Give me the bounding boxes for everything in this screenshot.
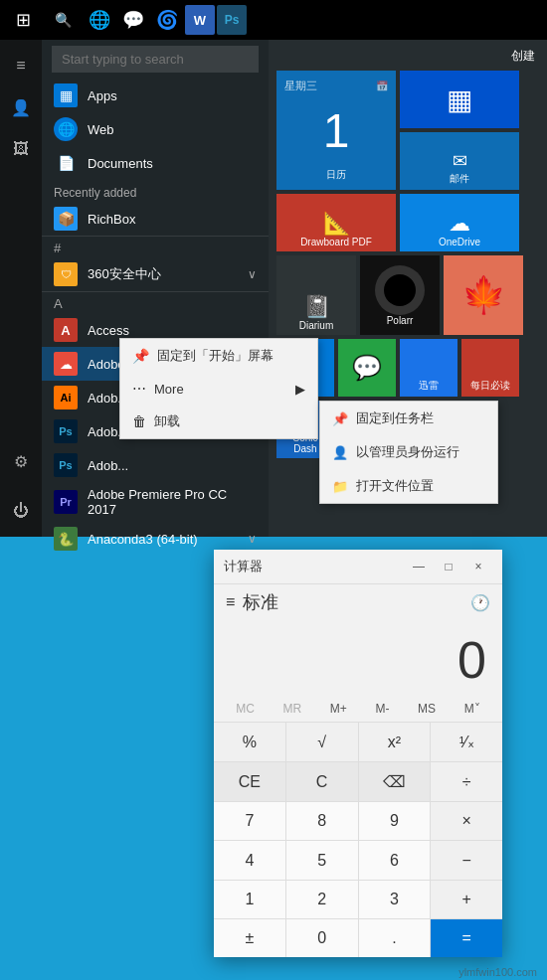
calc-btn-8[interactable]: 8 bbox=[286, 802, 358, 840]
calc-btn-negate[interactable]: ± bbox=[214, 919, 285, 957]
calc-btn-multiply[interactable]: × bbox=[431, 802, 502, 840]
start-button[interactable]: ⊞ bbox=[4, 1, 42, 39]
calc-header: ≡ 标准 🕐 bbox=[214, 584, 502, 620]
calc-btn-5[interactable]: 5 bbox=[286, 841, 358, 879]
taskbar-calc[interactable]: 🖩 bbox=[249, 4, 280, 36]
calc-btn-3[interactable]: 3 bbox=[359, 881, 431, 918]
calc-btn-7[interactable]: 7 bbox=[214, 802, 285, 840]
hash-section: # bbox=[42, 236, 269, 257]
taskbar-word[interactable]: W bbox=[185, 5, 215, 35]
mem-ms[interactable]: MS bbox=[414, 700, 440, 718]
calc-btn-add[interactable]: + bbox=[431, 881, 502, 918]
calc-btn-backspace[interactable]: ⌫ bbox=[359, 762, 431, 801]
calc-btn-sqrt[interactable]: √ bbox=[286, 723, 358, 761]
photoshop1-icon: Ps bbox=[54, 419, 78, 443]
tile-onedrive[interactable]: ☁ OneDrive bbox=[400, 194, 519, 251]
tile-row-3: 📓 Diarium Polarr 🍁 bbox=[276, 255, 539, 335]
uninstall-icon: 🗑 bbox=[132, 413, 146, 429]
calc-maximize-button[interactable]: □ bbox=[435, 556, 462, 577]
tile-mail[interactable]: ✉ 邮件 bbox=[400, 132, 519, 190]
menu-item-photoshop2[interactable]: Ps Adob... bbox=[42, 448, 269, 482]
tile-calendar[interactable]: 星期三 📅 1 日历 bbox=[276, 71, 396, 190]
ctx-run-admin[interactable]: 👤 以管理员身份运行 bbox=[320, 435, 497, 469]
calc-btn-9[interactable]: 9 bbox=[359, 802, 431, 840]
calc-btn-0[interactable]: 0 bbox=[286, 919, 358, 957]
taskbar-app4[interactable]: 🌀 bbox=[151, 4, 183, 36]
menu-item-documents[interactable]: 📄 Documents bbox=[42, 146, 269, 180]
calc-menu-button[interactable]: ≡ bbox=[226, 593, 235, 611]
calc-btn-divide[interactable]: ÷ bbox=[431, 762, 502, 801]
tile-trello[interactable]: ▦ bbox=[400, 71, 519, 128]
calc-close-button[interactable]: × bbox=[464, 556, 492, 577]
sidebar-power[interactable]: ⏻ bbox=[3, 493, 39, 529]
pin-start-icon: 📌 bbox=[132, 348, 149, 364]
sidebar-settings[interactable]: ⚙ bbox=[3, 443, 39, 479]
menu-item-360[interactable]: 🛡 360安全中心 ∨ bbox=[42, 257, 269, 291]
calc-titlebar: 计算器 — □ × bbox=[214, 550, 502, 584]
ctx-pin-start[interactable]: 📌 固定到「开始」屏幕 bbox=[120, 339, 317, 373]
tile-polarr[interactable]: Polarr bbox=[360, 255, 440, 335]
tile-wechat[interactable]: 💬 bbox=[338, 339, 396, 397]
ctx-uninstall[interactable]: 🗑 卸载 bbox=[120, 405, 317, 438]
calc-btn-6[interactable]: 6 bbox=[359, 841, 431, 879]
calc-btn-recip[interactable]: ¹∕ₓ bbox=[431, 723, 502, 761]
mem-mplus[interactable]: M+ bbox=[326, 700, 351, 718]
more-icon: ⋯ bbox=[132, 381, 146, 397]
taskbar-ps[interactable]: Ps bbox=[217, 5, 247, 35]
menu-item-apps[interactable]: ▦ Apps bbox=[42, 79, 269, 112]
mem-mc[interactable]: MC bbox=[232, 700, 259, 718]
taskbar: ⊞ 🔍 🌐 💬 🌀 W Ps 🖩 bbox=[0, 0, 547, 40]
calc-btn-equals[interactable]: = bbox=[431, 919, 502, 957]
richbox-icon: 📦 bbox=[54, 207, 78, 231]
recently-added-label: Recently added bbox=[42, 180, 269, 202]
tile-thunder[interactable]: 迅雷 bbox=[400, 339, 457, 397]
calc-btn-square[interactable]: x² bbox=[359, 723, 431, 761]
taskbar-wechat[interactable]: 💬 bbox=[117, 4, 149, 36]
menu-item-premiere[interactable]: Pr Adobe Premiere Pro CC 2017 bbox=[42, 482, 269, 522]
tile-leaf[interactable]: 🍁 bbox=[444, 255, 523, 335]
calc-minimize-button[interactable]: — bbox=[405, 556, 433, 577]
mem-mr[interactable]: MR bbox=[279, 700, 306, 718]
drawboard-label: Drawboard PDF bbox=[300, 237, 372, 247]
tile-row-1: 星期三 📅 1 日历 ▦ ✉ 邮件 bbox=[276, 71, 539, 190]
mem-mlist[interactable]: M˅ bbox=[460, 700, 484, 718]
search-input[interactable] bbox=[52, 46, 259, 73]
sidebar-user[interactable]: 👤 bbox=[3, 89, 39, 125]
calc-btn-2[interactable]: 2 bbox=[286, 881, 358, 918]
apps-icon: ▦ bbox=[54, 83, 78, 107]
tile-drawboard[interactable]: 📐 Drawboard PDF bbox=[276, 194, 396, 251]
calculator: 计算器 — □ × ≡ 标准 🕐 0 MC MR M+ M- MS M˅ % √… bbox=[214, 550, 502, 957]
360-expand-arrow: ∨ bbox=[248, 267, 257, 281]
tile-diarium[interactable]: 📓 Diarium bbox=[276, 255, 356, 335]
360-icon: 🛡 bbox=[54, 262, 78, 286]
pin-taskbar-icon: 📌 bbox=[332, 411, 348, 426]
sidebar-photos[interactable]: 🖼 bbox=[3, 131, 39, 167]
search-button[interactable]: 🔍 bbox=[44, 1, 82, 39]
ctx-open-location[interactable]: 📁 打开文件位置 bbox=[320, 469, 497, 503]
calc-memory-row: MC MR M+ M- MS M˅ bbox=[214, 696, 502, 723]
calc-btn-subtract[interactable]: − bbox=[431, 841, 502, 879]
tile-daily[interactable]: 每日必读 bbox=[461, 339, 519, 397]
calc-btn-c[interactable]: C bbox=[286, 762, 358, 801]
taskbar-edge[interactable]: 🌐 bbox=[84, 4, 115, 36]
menu-item-richbox[interactable]: 📦 RichBox bbox=[42, 202, 269, 236]
calc-btn-decimal[interactable]: . bbox=[359, 919, 431, 957]
calc-btn-percent[interactable]: % bbox=[214, 723, 285, 761]
web-icon: 🌐 bbox=[54, 117, 78, 141]
calc-btn-4[interactable]: 4 bbox=[214, 841, 285, 879]
watermark: ylmfwin100.com bbox=[458, 966, 537, 978]
mem-mminus[interactable]: M- bbox=[371, 700, 393, 718]
context-submenu: 📌 固定到任务栏 👤 以管理员身份运行 📁 打开文件位置 bbox=[319, 401, 498, 504]
calc-history-button[interactable]: 🕐 bbox=[470, 593, 490, 612]
calc-btn-ce[interactable]: CE bbox=[214, 762, 285, 801]
menu-item-web[interactable]: 🌐 Web bbox=[42, 112, 269, 146]
daily-label: 每日必读 bbox=[470, 379, 510, 393]
calc-window-buttons: — □ × bbox=[405, 556, 492, 577]
ctx-pin-taskbar[interactable]: 📌 固定到任务栏 bbox=[320, 402, 497, 435]
illustrator-icon: Ai bbox=[54, 386, 78, 409]
calc-btn-1[interactable]: 1 bbox=[214, 881, 285, 918]
thunder-label: 迅雷 bbox=[419, 379, 439, 393]
ctx-more[interactable]: ⋯ More ▶ 📌 固定到任务栏 👤 以管理员身份运行 📁 打开文件位置 bbox=[120, 373, 317, 405]
calc-title: 计算器 bbox=[224, 558, 263, 575]
sidebar-hamburger[interactable]: ≡ bbox=[3, 48, 39, 83]
